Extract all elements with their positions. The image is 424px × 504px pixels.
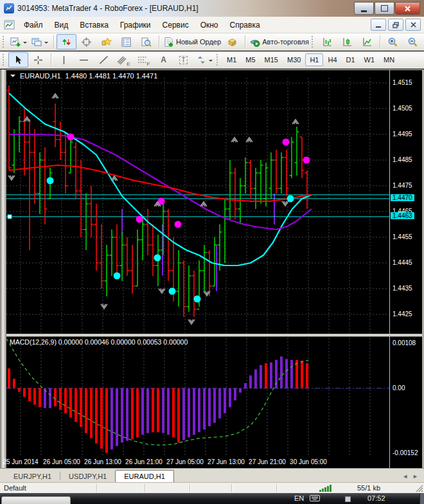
toolbar-grip[interactable]: [3, 54, 6, 66]
fibonacci-button[interactable]: F: [134, 52, 154, 68]
profiles-button[interactable]: [30, 34, 51, 50]
menu-file[interactable]: Файл: [18, 18, 49, 32]
candlestick-mode-button[interactable]: [337, 34, 357, 50]
new-order-label: Новый Ордер: [176, 38, 221, 46]
mdi-restore-button[interactable]: [388, 19, 403, 31]
tick-chart-button[interactable]: [57, 34, 76, 50]
menu-charts[interactable]: Графики: [114, 18, 157, 32]
connection-traffic: 55/1 kb: [357, 484, 380, 492]
vertical-line-button[interactable]: [54, 52, 74, 68]
bid-price-label: 1.4470: [391, 194, 414, 201]
close-icon: [411, 22, 416, 28]
label-tool-button[interactable]: T: [173, 52, 193, 68]
zoom-out-button[interactable]: [403, 34, 423, 50]
timeframe-d1[interactable]: D1: [342, 53, 360, 66]
separator: [51, 53, 51, 66]
tab-scroll-right-icon[interactable]: ►: [412, 473, 418, 480]
new-order-button[interactable]: Новый Ордер: [162, 34, 222, 50]
market-watch-button[interactable]: [116, 34, 136, 50]
window-maximize-button[interactable]: [375, 2, 394, 15]
bar-chart-mode-button[interactable]: [317, 34, 337, 50]
zoom-in-button[interactable]: [383, 34, 403, 50]
metaeditor-button[interactable]: [222, 34, 242, 50]
timeframe-h1[interactable]: H1: [305, 53, 323, 66]
data-window-button[interactable]: [136, 34, 156, 50]
tab-usdjpy[interactable]: USDJPY,H1: [60, 471, 115, 483]
window-minimize-button[interactable]: [354, 2, 374, 15]
crosshair-icon: [33, 55, 44, 66]
line-anchor-marker[interactable]: [8, 215, 12, 219]
tab-scroll-left-icon[interactable]: ◄: [402, 473, 408, 480]
arrows-tool-button[interactable]: [193, 52, 215, 68]
new-chart-button[interactable]: [8, 34, 30, 50]
vertical-line-icon: [58, 55, 69, 66]
text-tool-button[interactable]: A: [154, 52, 173, 68]
line-chart-mode-button[interactable]: [357, 34, 377, 50]
taskbar-tray-icon[interactable]: [345, 496, 351, 502]
chart-tabbar: EURJPY,H1 USDJPY,H1 EURAUD,H1 ◄ ►: [0, 468, 424, 483]
menu-help[interactable]: Справка: [224, 18, 266, 32]
caption-buttons: [354, 2, 424, 15]
time-axis-label: 27 Jun 05:00: [166, 458, 204, 465]
time-axis-label: 26 Jun 21:00: [125, 458, 163, 465]
macd-axis-zero-label: 0.00: [393, 384, 405, 392]
new-chart-icon: [10, 37, 21, 48]
timeframe-m30[interactable]: M30: [283, 53, 305, 66]
toolbar-grip[interactable]: [3, 36, 6, 48]
channel-button[interactable]: E: [114, 52, 134, 68]
line-level-label: 1.4463: [391, 212, 414, 219]
menu-tools[interactable]: Сервис: [157, 18, 195, 32]
taskbar-language[interactable]: EN: [294, 494, 304, 502]
status-divider: [96, 484, 97, 492]
timeframe-m15[interactable]: M15: [260, 53, 283, 66]
candlestick-icon: [342, 37, 353, 48]
timeframe-m1[interactable]: M1: [222, 53, 241, 66]
timeframe-h4[interactable]: H4: [323, 53, 341, 66]
mdi-close-button[interactable]: [405, 19, 421, 31]
show-desktop-button[interactable]: [420, 493, 424, 504]
app-icon: [4, 3, 14, 14]
price-tick-label: 1.4425: [393, 310, 412, 318]
toolbar-grip[interactable]: [312, 36, 315, 48]
cursor-button[interactable]: [8, 52, 28, 68]
minimize-icon: [376, 26, 381, 28]
trendline-button[interactable]: [94, 52, 114, 68]
chart-header: EURAUD,H1 1.4480 1.4481 1.4470 1.4471: [10, 72, 157, 80]
horizontal-line-button[interactable]: [74, 52, 94, 68]
tab-eurjpy[interactable]: EURJPY,H1: [5, 471, 60, 483]
collapse-icon[interactable]: [10, 75, 15, 80]
workspace: EURAUD,H1 1.4480 1.4481 1.4470 1.4471 MA…: [0, 69, 424, 468]
horizontal-line-icon: [78, 55, 89, 66]
taskbar-clock[interactable]: 07:52: [367, 494, 385, 502]
timeframe-m5[interactable]: M5: [241, 53, 260, 66]
window-close-button[interactable]: [395, 2, 420, 15]
time-axis-label: 26 Jun 05:00: [43, 458, 80, 465]
crosshair-mode-button[interactable]: [76, 34, 96, 50]
chart-area[interactable]: EURAUD,H1 1.4480 1.4481 1.4470 1.4471 MA…: [6, 69, 422, 468]
chevron-down-icon: [23, 42, 27, 46]
status-bar: Default 55/1 kb: [0, 482, 424, 494]
tab-euraud[interactable]: EURAUD,H1: [115, 470, 174, 483]
menu-window[interactable]: Окно: [195, 18, 224, 32]
macd-axis-top-label: 0.00108: [393, 339, 416, 346]
time-axis-label: 27 Jun 13:00: [208, 458, 245, 465]
timeframe-mn[interactable]: MN: [379, 53, 399, 66]
favorites-button[interactable]: [96, 34, 116, 50]
timeframe-w1[interactable]: W1: [360, 53, 380, 66]
resize-grip-icon[interactable]: [416, 485, 423, 492]
auto-trading-button[interactable]: Авто-торговля: [248, 34, 310, 50]
magnifier-doc-icon: [141, 37, 152, 48]
target-icon: [81, 37, 92, 48]
menu-insert[interactable]: Вставка: [74, 18, 114, 32]
zoom-in-icon: [387, 37, 398, 48]
pane-splitter[interactable]: [6, 334, 422, 337]
toolbar-grip[interactable]: [216, 54, 220, 66]
keyboard-icon[interactable]: [310, 495, 320, 501]
taskbar-window-button[interactable]: [1, 496, 71, 504]
crosshair-tool-button[interactable]: [28, 52, 48, 68]
status-profile[interactable]: Default: [4, 484, 30, 492]
menu-view[interactable]: Вид: [49, 18, 75, 32]
window-titlebar[interactable]: 3014953: MetaTrader 4 - RoboForex - [EUR…: [0, 0, 424, 17]
channel-label: E: [127, 61, 130, 67]
mdi-minimize-button[interactable]: [371, 19, 386, 31]
